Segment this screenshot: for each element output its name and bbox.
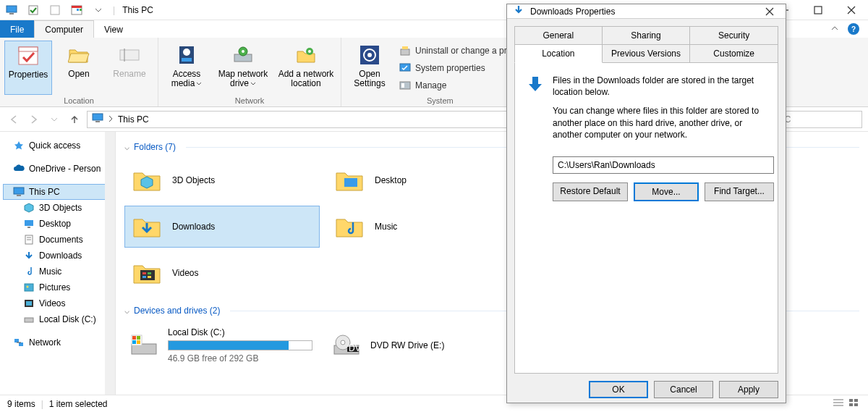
tree-quick-access[interactable]: Quick access <box>3 138 112 154</box>
ok-button[interactable]: OK <box>589 381 648 398</box>
dialog-titlebar[interactable]: Downloads Properties <box>507 4 786 19</box>
group-network: Access media Map network drive Add a net… <box>158 38 341 106</box>
btn-label: Access media <box>164 70 209 88</box>
dialog-close-button[interactable] <box>760 7 780 16</box>
folder-label: Desktop <box>375 175 407 185</box>
svg-rect-36 <box>25 220 33 226</box>
star-icon <box>13 140 25 151</box>
svg-rect-46 <box>14 339 19 342</box>
tree-onedrive[interactable]: OneDrive - Person <box>3 161 112 177</box>
ribbon-collapse-icon[interactable] <box>830 24 839 35</box>
btn-label: Rename <box>113 70 145 79</box>
drive-label: Local Disk (C:) <box>168 327 312 337</box>
open-settings-button[interactable]: Open Settings <box>346 41 393 95</box>
drive-free: 46.9 GB free of 292 GB <box>168 353 312 363</box>
folder-desktop[interactable]: Desktop <box>327 159 522 201</box>
tree-pictures[interactable]: Pictures <box>3 279 112 295</box>
add-location-button[interactable]: Add a network location <box>276 41 336 95</box>
tree-documents[interactable]: Documents <box>3 232 112 248</box>
properties-button[interactable]: Properties <box>4 41 52 95</box>
folder-3d-objects[interactable]: 3D Objects <box>124 159 320 201</box>
dialog-tab-page: Files in the Downloads folder are stored… <box>514 62 778 374</box>
details-view-icon[interactable] <box>832 398 845 410</box>
cube-icon <box>23 202 35 214</box>
tree-local-disk[interactable]: Local Disk (C:) <box>3 311 112 327</box>
maximize-button[interactable] <box>801 0 835 20</box>
tree-this-pc[interactable]: This PC <box>3 184 112 200</box>
svg-point-42 <box>27 286 29 288</box>
folder-music[interactable]: Music <box>327 206 522 248</box>
svg-rect-44 <box>26 301 32 306</box>
tab-computer[interactable]: Computer <box>34 20 94 38</box>
download-arrow-icon <box>525 75 545 201</box>
chevron-down-icon: ⌵ <box>124 306 129 316</box>
usage-bar <box>168 340 312 350</box>
svg-rect-2 <box>29 6 38 14</box>
svg-rect-1 <box>9 13 14 14</box>
tree-music[interactable]: Music <box>3 264 112 279</box>
move-button[interactable]: Move... <box>634 182 699 201</box>
dialog-tab-customize[interactable]: Customize <box>689 44 778 63</box>
properties-dialog: Downloads Properties General Sharing Sec… <box>506 4 786 403</box>
nav-history-button[interactable] <box>46 112 62 127</box>
drive-local-c[interactable]: Local Disk (C:) 46.9 GB free of 292 GB <box>124 323 320 368</box>
dialog-tab-general[interactable]: General <box>514 26 603 45</box>
nav-forward-button[interactable] <box>26 112 42 127</box>
chevron-down-icon[interactable] <box>91 3 106 17</box>
picture-icon <box>23 282 35 293</box>
dialog-tab-sharing[interactable]: Sharing <box>602 26 691 45</box>
btn-label: Open <box>68 70 89 79</box>
checkbox-icon[interactable] <box>26 3 41 17</box>
thispc-icon <box>92 112 103 126</box>
location-path-input[interactable] <box>553 156 774 174</box>
open-button[interactable]: Open <box>55 41 103 95</box>
quick-access-toolbar: | This PC <box>4 3 153 17</box>
tree-3d-objects[interactable]: 3D Objects <box>3 200 112 216</box>
tree-desktop[interactable]: Desktop <box>3 216 112 232</box>
access-media-button[interactable]: Access media <box>163 41 210 95</box>
rename-button[interactable]: Rename <box>106 41 153 95</box>
folder-videos[interactable]: Videos <box>124 252 320 294</box>
cancel-button[interactable]: Cancel <box>654 381 713 398</box>
map-drive-icon <box>231 43 255 67</box>
dialog-desc-1: Files in the Downloads folder are stored… <box>553 75 774 98</box>
dialog-tab-previous[interactable]: Previous Versions <box>602 44 691 63</box>
svg-rect-0 <box>7 6 17 12</box>
tab-file[interactable]: File <box>0 20 34 38</box>
qat-properties-icon[interactable] <box>69 3 84 17</box>
thispc-icon <box>13 186 25 198</box>
drive-dvd-e[interactable]: DVD DVD RW Drive (E:) <box>327 323 522 368</box>
tree-network[interactable]: Network <box>3 335 112 350</box>
tab-view[interactable]: View <box>94 20 133 38</box>
tiles-view-icon[interactable] <box>848 398 861 410</box>
svg-rect-6 <box>77 9 79 11</box>
tree-videos[interactable]: Videos <box>3 295 112 311</box>
folder-downloads[interactable]: Downloads <box>124 206 320 248</box>
svg-rect-59 <box>132 340 136 344</box>
svg-rect-13 <box>19 47 38 51</box>
svg-point-17 <box>183 49 190 56</box>
window-title: This PC <box>122 5 153 15</box>
apply-button[interactable]: Apply <box>719 381 778 398</box>
breadcrumb-item[interactable]: This PC <box>118 114 149 125</box>
qat-icon[interactable] <box>48 3 62 17</box>
folder-icon <box>132 258 162 288</box>
restore-default-button[interactable]: Restore Default <box>553 182 628 201</box>
nav-back-button[interactable] <box>6 112 22 127</box>
find-target-button[interactable]: Find Target... <box>705 182 774 201</box>
svg-rect-37 <box>27 227 30 228</box>
breadcrumb-chevron-icon[interactable] <box>108 114 114 125</box>
help-icon[interactable]: ? <box>848 23 859 35</box>
close-button[interactable] <box>835 0 868 20</box>
svg-point-26 <box>367 53 372 57</box>
dialog-tab-location[interactable]: Location <box>514 44 603 63</box>
tree-scrollbar[interactable] <box>105 132 115 395</box>
group-label: Network <box>163 95 336 105</box>
folder-label: Videos <box>172 268 198 278</box>
svg-rect-70 <box>854 399 858 402</box>
svg-rect-7 <box>80 9 82 11</box>
dialog-tab-security[interactable]: Security <box>689 26 778 45</box>
map-drive-button[interactable]: Map network drive <box>213 41 273 95</box>
nav-up-button[interactable] <box>67 112 82 127</box>
tree-downloads[interactable]: Downloads <box>3 248 112 264</box>
